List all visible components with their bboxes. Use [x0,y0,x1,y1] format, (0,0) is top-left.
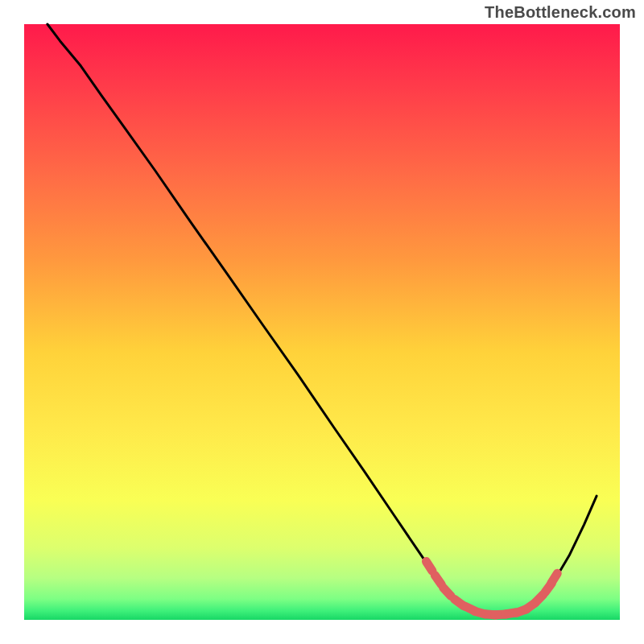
bottleneck-chart [0,0,644,644]
watermark-text: TheBottleneck.com [485,3,636,22]
valley-dot [435,576,441,585]
chart-stage: TheBottleneck.com [0,0,644,644]
valley-dot [426,562,432,572]
valley-dot [551,573,557,583]
valley-dot [444,588,451,596]
